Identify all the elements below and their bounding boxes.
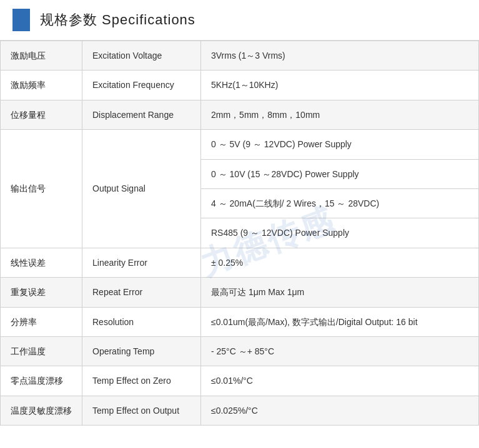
output-signal-chinese: 输出信号 bbox=[1, 130, 82, 248]
chinese-label: 分辨率 bbox=[1, 307, 82, 336]
output-signal-value-2: 0 ～ 10V (15 ～28VDC) Power Supply bbox=[201, 159, 479, 188]
spec-value: 2mm，5mm，8mm，10mm bbox=[201, 100, 479, 129]
english-label: Excitation Voltage bbox=[82, 41, 201, 71]
output-signal-value-4: RS485 (9 ～ 12VDC) Power Supply bbox=[201, 218, 479, 248]
english-label: Operating Temp bbox=[82, 336, 201, 366]
table-row: 位移量程 Displacement Range 2mm，5mm，8mm，10mm bbox=[1, 100, 479, 129]
table-row: 温度灵敏度漂移 Temp Effect on Output ≤0.025%/°C bbox=[1, 396, 479, 425]
output-signal-value-3: 4 ～ 20mA(二线制/ 2 Wires，15 ～ 28VDC) bbox=[201, 188, 479, 218]
chinese-label: 线性误差 bbox=[1, 248, 82, 277]
table-row: 分辨率 Resolution ≤0.01um(最高/Max), 数字式输出/Di… bbox=[1, 307, 479, 336]
table-row: 工作温度 Operating Temp - 25°C ～+ 85°C bbox=[1, 336, 479, 366]
spec-value: ≤0.025%/°C bbox=[201, 396, 479, 425]
english-label: Temp Effect on Zero bbox=[82, 366, 201, 396]
english-label: Displacement Range bbox=[82, 100, 201, 129]
chinese-label: 位移量程 bbox=[1, 100, 82, 129]
chinese-label: 工作温度 bbox=[1, 336, 82, 366]
table-wrapper: 力德传感 激励电压 Excitation Voltage 3Vrms (1～3 … bbox=[0, 41, 479, 426]
table-row: 激励电压 Excitation Voltage 3Vrms (1～3 Vrms) bbox=[1, 41, 479, 71]
spec-value: - 25°C ～+ 85°C bbox=[201, 336, 479, 366]
page-container: 规格参数 Specifications 力德传感 激励电压 Excitation… bbox=[0, 0, 479, 426]
output-signal-row-1: 输出信号 Output Signal 0 ～ 5V (9 ～ 12VDC) Po… bbox=[1, 130, 479, 159]
output-signal-english: Output Signal bbox=[82, 130, 201, 248]
chinese-label: 重复误差 bbox=[1, 278, 82, 307]
spec-value: ≤0.01%/°C bbox=[201, 366, 479, 396]
chinese-label: 激励频率 bbox=[1, 71, 82, 100]
spec-value: 最高可达 1μm Max 1μm bbox=[201, 278, 479, 307]
table-row: 线性误差 Linearity Error ± 0.25% bbox=[1, 248, 479, 277]
specs-table: 激励电压 Excitation Voltage 3Vrms (1～3 Vrms)… bbox=[0, 41, 479, 426]
spec-value: 3Vrms (1～3 Vrms) bbox=[201, 41, 479, 71]
chinese-label: 零点温度漂移 bbox=[1, 366, 82, 396]
chinese-label: 激励电压 bbox=[1, 41, 82, 71]
table-row: 激励频率 Excitation Frequency 5KHz(1～10KHz) bbox=[1, 71, 479, 100]
spec-value: 5KHz(1～10KHz) bbox=[201, 71, 479, 100]
spec-value: ≤0.01um(最高/Max), 数字式输出/Digital Output: 1… bbox=[201, 307, 479, 336]
english-label: Excitation Frequency bbox=[82, 71, 201, 100]
english-label: Linearity Error bbox=[82, 248, 201, 277]
english-label: Repeat Error bbox=[82, 278, 201, 307]
header: 规格参数 Specifications bbox=[0, 0, 479, 41]
english-label: Resolution bbox=[82, 307, 201, 336]
table-row: 零点温度漂移 Temp Effect on Zero ≤0.01%/°C bbox=[1, 366, 479, 396]
chinese-label: 温度灵敏度漂移 bbox=[1, 396, 82, 425]
page-title: 规格参数 Specifications bbox=[40, 11, 195, 29]
output-signal-value-1: 0 ～ 5V (9 ～ 12VDC) Power Supply bbox=[201, 130, 479, 159]
header-accent-bar bbox=[12, 9, 30, 31]
table-row: 重复误差 Repeat Error 最高可达 1μm Max 1μm bbox=[1, 278, 479, 307]
spec-value: ± 0.25% bbox=[201, 248, 479, 277]
english-label: Temp Effect on Output bbox=[82, 396, 201, 425]
